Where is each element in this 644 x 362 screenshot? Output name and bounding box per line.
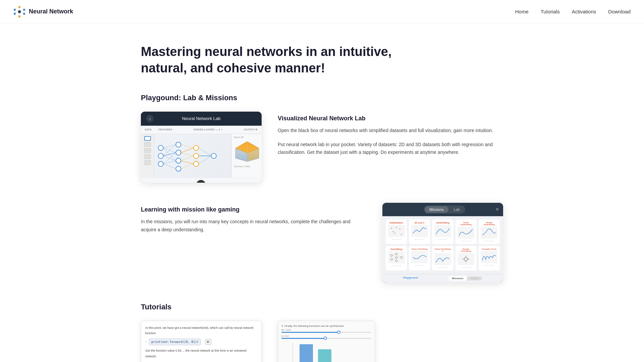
star-5-1: ★ — [391, 264, 393, 267]
playground-section: Playgound: Lab & Missions ‹ Neural Netwo… — [141, 94, 503, 183]
svg-rect-72 — [318, 349, 331, 362]
mission-card-9[interactable]: Complex Curve ★ ★ ★ ★ ★ — [479, 246, 500, 270]
mission-stars-2: ★ ★ ★ ★ ★ — [438, 238, 447, 240]
mission-preview-3 — [458, 227, 474, 239]
star-6-1: ★ — [415, 264, 416, 266]
lab-screenshot: ‹ Neural Network Lab DATA FEATURES HIDDE… — [141, 112, 262, 183]
svg-line-8 — [21, 10, 23, 11]
star-9-1: ★ — [484, 264, 486, 266]
mission-card-3[interactable]: Some Underfitting ★ ★ ★ ★ ★ — [455, 220, 477, 244]
mission-card-6[interactable]: Solve Overfitting ★ ★ ★ ★ ★ — [409, 246, 430, 270]
tab-lab[interactable]: Lab — [449, 206, 465, 213]
svg-point-15 — [158, 161, 163, 166]
svg-line-12 — [16, 10, 18, 11]
mission-card-2[interactable]: Underfitting ★ ★ ★ ★ ★ — [432, 220, 453, 244]
star-0-3: ★ — [395, 238, 397, 240]
tut-chart-title: 3. Finally, the following functions can … — [281, 324, 371, 327]
star-2-4: ★ — [444, 238, 445, 240]
nav-download[interactable]: Download — [608, 9, 631, 14]
star-8-2: ★ — [463, 266, 465, 268]
bottom-tab-group: Missions Section — [448, 276, 482, 281]
svg-point-55 — [390, 254, 392, 256]
navbar: Neural Network Home Tutorials Activation… — [0, 0, 644, 23]
mission-card-8[interactable]: Design Overfitting ★ ★ — [455, 246, 477, 270]
svg-point-6 — [18, 10, 21, 13]
playground-tab[interactable]: Playground — [403, 276, 418, 281]
missions-screenshot: Missions Lab ✕ Initialization — [382, 203, 503, 283]
svg-point-1 — [23, 9, 25, 11]
nav-activations[interactable]: Activations — [572, 9, 596, 14]
star-2-1: ★ — [438, 238, 439, 240]
svg-point-64 — [464, 257, 468, 261]
bottom-tab-section[interactable]: Section — [467, 276, 483, 281]
star-4-3: ★ — [488, 240, 490, 242]
svg-line-34 — [181, 148, 194, 153]
mission-card-4[interactable]: Design Underfitting ★ ★ ★ ★ ★ — [479, 220, 500, 244]
mission-card-5[interactable]: Overfitting — [386, 246, 407, 270]
output-label: OUTPUT ⚙ — [244, 128, 258, 131]
bottom-tab-missions[interactable]: Missions — [448, 276, 467, 281]
mission-card-1[interactable]: W Line 2 ★ ★ ★ ★ ★ — [409, 220, 430, 244]
play-btn[interactable]: ▶ — [196, 180, 206, 183]
mission-card-0[interactable]: Initialization ★ ★ — [386, 220, 407, 244]
star-7-4: ★ — [444, 266, 445, 268]
tut-code-area: At this point, we have got a neural netw… — [141, 321, 261, 362]
tab-missions[interactable]: Missions — [425, 206, 448, 213]
svg-point-59 — [395, 260, 397, 262]
star-4-5: ★ — [492, 240, 494, 242]
step-btn[interactable]: ⏭ — [208, 182, 213, 183]
brand-logo[interactable]: Neural Network — [13, 6, 73, 18]
slider-1-track[interactable] — [281, 332, 371, 333]
svg-point-53 — [401, 234, 402, 235]
svg-point-2 — [23, 13, 25, 15]
tut-code-line: › print(net.forward([0, 0])) ▶ — [145, 339, 257, 345]
mission-preview-5 — [388, 251, 405, 263]
star-1-4: ★ — [421, 238, 422, 240]
feature-icon-5 — [144, 160, 151, 165]
data-label: DATA — [145, 128, 152, 131]
mission-stars-0: ★ ★ ★ ★ ★ — [391, 238, 401, 240]
svg-point-22 — [194, 161, 199, 166]
nav-links: Home Tutorials Activations Download — [515, 9, 631, 14]
run-button[interactable]: ▶ — [205, 339, 212, 345]
star-2-3: ★ — [442, 238, 443, 240]
star-9-4: ★ — [490, 264, 492, 266]
svg-line-11 — [16, 12, 18, 13]
svg-point-18 — [176, 158, 181, 163]
nav-tutorials[interactable]: Tutorials — [541, 9, 560, 14]
slider-1-container: W = 10.0 — [281, 329, 371, 333]
mission-preview-1 — [411, 225, 428, 237]
slider-2-fill — [281, 338, 326, 339]
svg-point-52 — [392, 231, 394, 232]
mission-stars-6: ★ ★ ★ ★ ★ — [415, 264, 424, 266]
restart-btn[interactable]: ↺ — [190, 182, 194, 183]
star-4-4: ★ — [490, 240, 492, 242]
test-loss-label: Test loss: 0.002 — [234, 165, 260, 168]
mission-card-7[interactable]: Solve Overfitting 2 ★ ★ ★ ★ ★ — [432, 246, 453, 270]
svg-line-61 — [392, 254, 395, 255]
tutorials-section-title: Tutorials — [141, 303, 503, 311]
star-5-3: ★ — [395, 264, 397, 267]
nav-home[interactable]: Home — [515, 9, 529, 14]
lab-back-btn[interactable]: ‹ — [146, 115, 154, 122]
lab-titlebar: ‹ Neural Network Lab — [141, 112, 262, 126]
missions-close[interactable]: ✕ — [495, 207, 499, 212]
slider-1-thumb[interactable] — [337, 330, 340, 334]
star-9-2: ★ — [486, 264, 488, 266]
output-svg — [234, 140, 261, 163]
slider-2-track[interactable] — [281, 338, 371, 339]
lab-left-panel — [141, 134, 154, 178]
missions-tabs: Missions Lab ✕ — [382, 203, 503, 216]
slider-2-thumb[interactable] — [324, 337, 327, 340]
main-content: Mastering neural networks in an intuitiv… — [127, 23, 517, 362]
svg-point-23 — [211, 153, 216, 158]
lab-network-area: Epoch 80 — [141, 134, 262, 178]
lab-feature-title: Visualized Neural Network Lab — [278, 115, 503, 122]
svg-point-57 — [395, 253, 397, 255]
star-3-1: ★ — [461, 240, 463, 242]
lab-header: DATA FEATURES HIDDEN LAYERS — 1 + OUTPUT… — [141, 126, 262, 134]
lab-desc-1: Open the black box of neural networks wi… — [278, 127, 503, 135]
missions-grid: Initialization ★ ★ — [382, 216, 503, 274]
svg-point-0 — [18, 6, 20, 8]
slider-2-container: b = 0.0 — [281, 335, 371, 339]
